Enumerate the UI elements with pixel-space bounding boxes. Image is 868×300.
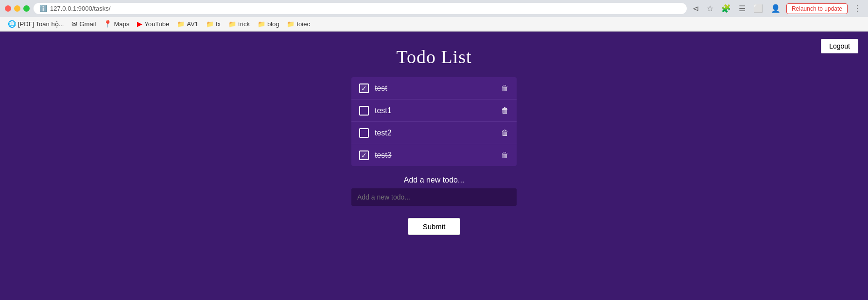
todo-checkbox-3[interactable] bbox=[359, 128, 369, 138]
todo-item-3: test2 bbox=[351, 122, 517, 144]
page-title: Todo List bbox=[396, 46, 471, 67]
submit-button[interactable]: Submit bbox=[408, 218, 461, 235]
bookmarks-bar: 🌐 [PDF] Toán hộ... ✉ Gmail 📍 Maps ▶ YouT… bbox=[0, 17, 868, 31]
bookmark-youtube-label: YouTube bbox=[144, 20, 169, 28]
bookmark-av1[interactable]: 📁 AV1 bbox=[174, 19, 201, 29]
maximize-window-btn[interactable] bbox=[23, 5, 30, 12]
youtube-icon: ▶ bbox=[137, 20, 142, 28]
close-window-btn[interactable] bbox=[5, 5, 11, 12]
todo-delete-1[interactable] bbox=[501, 83, 509, 93]
trash-icon-3 bbox=[501, 128, 509, 138]
todo-item-2: test1 bbox=[351, 100, 517, 122]
bookmark-pdf-label: [PDF] Toán hộ... bbox=[18, 20, 64, 28]
todo-item-1: test bbox=[351, 77, 517, 100]
bookmark-gmail[interactable]: ✉ Gmail bbox=[69, 19, 99, 29]
bookmark-fx-label: fx bbox=[216, 20, 221, 28]
bookmark-maps[interactable]: 📍 Maps bbox=[101, 19, 132, 29]
trash-icon-2 bbox=[501, 105, 509, 116]
pdf-icon: 🌐 bbox=[8, 20, 16, 28]
todo-delete-2[interactable] bbox=[501, 105, 509, 116]
todo-text-1: test bbox=[375, 84, 495, 93]
bookmark-pdf[interactable]: 🌐 [PDF] Toán hộ... bbox=[5, 19, 67, 29]
todo-checkbox-1[interactable] bbox=[359, 83, 369, 93]
minimize-window-btn[interactable] bbox=[14, 5, 20, 12]
bookmark-blog-label: blog bbox=[267, 20, 279, 28]
bookmark-toiec-label: toiec bbox=[296, 20, 310, 28]
bookmark-trick-label: trick bbox=[238, 20, 250, 28]
folder-blog-icon: 📁 bbox=[258, 20, 265, 28]
relaunch-button[interactable]: Relaunch to update bbox=[786, 3, 848, 14]
todo-item-4: test3 bbox=[351, 144, 517, 166]
bookmark-av1-label: AV1 bbox=[187, 20, 198, 28]
security-icon: ℹ️ bbox=[39, 5, 47, 12]
maps-icon: 📍 bbox=[104, 20, 112, 28]
bookmark-trick[interactable]: 📁 trick bbox=[226, 19, 253, 29]
logout-button[interactable]: Logout bbox=[821, 39, 858, 53]
checkmark-icon-1 bbox=[361, 84, 367, 92]
trash-icon-1 bbox=[501, 83, 509, 93]
browser-chrome: ℹ️ 127.0.0.1:9000/tasks/ ⊲ ☆ 🧩 ☰ ⬜ 👤 Rel… bbox=[0, 0, 868, 32]
add-todo-input[interactable] bbox=[351, 188, 517, 206]
folder-toiec-icon: 📁 bbox=[287, 20, 295, 28]
profile-icon[interactable]: 👤 bbox=[769, 3, 782, 14]
todo-text-2: test1 bbox=[375, 106, 495, 115]
bookmark-youtube[interactable]: ▶ YouTube bbox=[134, 19, 172, 29]
sidebar-icon[interactable]: ⬜ bbox=[751, 3, 765, 14]
todo-checkbox-4[interactable] bbox=[359, 150, 369, 160]
todo-list: test test1 test2 test3 bbox=[351, 77, 517, 166]
checkmark-icon-4 bbox=[361, 151, 367, 159]
todo-delete-4[interactable] bbox=[501, 150, 509, 160]
browser-actions: ⊲ ☆ 🧩 ☰ ⬜ 👤 Relaunch to update ⋮ bbox=[691, 3, 863, 14]
folder-trick-icon: 📁 bbox=[228, 20, 236, 28]
url-text: 127.0.0.1:9000/tasks/ bbox=[50, 5, 110, 12]
bookmark-button[interactable]: ☆ bbox=[705, 3, 715, 14]
trash-icon-4 bbox=[501, 150, 509, 160]
bookmark-blog[interactable]: 📁 blog bbox=[255, 19, 282, 29]
bookmark-gmail-label: Gmail bbox=[79, 20, 96, 28]
todo-delete-3[interactable] bbox=[501, 128, 509, 138]
extensions-icon[interactable]: 🧩 bbox=[719, 3, 733, 14]
browser-titlebar: ℹ️ 127.0.0.1:9000/tasks/ ⊲ ☆ 🧩 ☰ ⬜ 👤 Rel… bbox=[0, 0, 868, 17]
add-todo-label: Add a new todo... bbox=[404, 176, 465, 184]
bookmark-fx[interactable]: 📁 fx bbox=[203, 19, 224, 29]
readinglist-icon[interactable]: ☰ bbox=[737, 3, 747, 14]
todo-checkbox-2[interactable] bbox=[359, 106, 369, 116]
page-content: Logout Todo List test test1 test2 bbox=[0, 32, 868, 300]
share-button[interactable]: ⊲ bbox=[691, 3, 701, 14]
folder-av1-icon: 📁 bbox=[177, 20, 185, 28]
bookmark-toiec[interactable]: 📁 toiec bbox=[284, 19, 312, 29]
url-bar[interactable]: ℹ️ 127.0.0.1:9000/tasks/ bbox=[34, 3, 687, 14]
menu-button[interactable]: ⋮ bbox=[851, 3, 863, 14]
gmail-icon: ✉ bbox=[71, 20, 77, 28]
folder-fx-icon: 📁 bbox=[206, 20, 214, 28]
bookmark-maps-label: Maps bbox=[114, 20, 129, 28]
todo-text-4: test3 bbox=[375, 151, 495, 160]
todo-text-3: test2 bbox=[375, 129, 495, 137]
window-controls bbox=[5, 5, 30, 12]
